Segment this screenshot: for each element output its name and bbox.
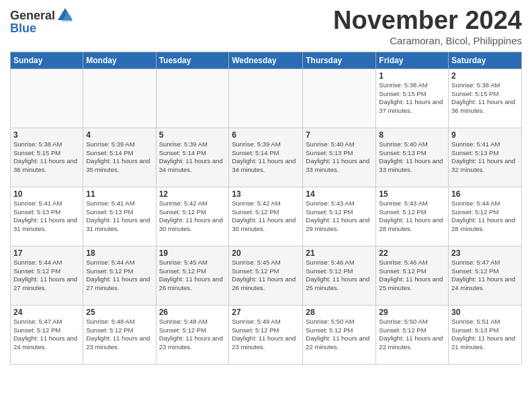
day-number: 13 [232,189,300,199]
day-info: Sunrise: 5:46 AM Sunset: 5:12 PM Dayligh… [379,259,445,293]
calendar-cell: 14Sunrise: 5:43 AM Sunset: 5:12 PM Dayli… [303,187,376,246]
day-number: 18 [86,248,152,258]
calendar-cell: 22Sunrise: 5:46 AM Sunset: 5:12 PM Dayli… [376,246,449,305]
calendar-cell: 2Sunrise: 5:38 AM Sunset: 5:15 PM Daylig… [449,68,522,128]
day-number: 8 [379,130,445,140]
calendar-cell: 9Sunrise: 5:41 AM Sunset: 5:13 PM Daylig… [449,128,522,187]
calendar-cell [83,68,156,128]
calendar-cell: 7Sunrise: 5:40 AM Sunset: 5:13 PM Daylig… [303,128,376,187]
col-thursday: Thursday [303,52,376,68]
day-info: Sunrise: 5:41 AM Sunset: 5:13 PM Dayligh… [13,199,80,234]
day-info: Sunrise: 5:38 AM Sunset: 5:15 PM Dayligh… [451,81,519,116]
day-info: Sunrise: 5:41 AM Sunset: 5:13 PM Dayligh… [86,199,152,234]
calendar-cell: 3Sunrise: 5:38 AM Sunset: 5:15 PM Daylig… [11,128,83,187]
day-number: 1 [379,71,445,81]
day-number: 29 [379,308,445,317]
day-info: Sunrise: 5:49 AM Sunset: 5:12 PM Dayligh… [232,318,300,352]
day-info: Sunrise: 5:41 AM Sunset: 5:13 PM Dayligh… [451,140,519,175]
day-info: Sunrise: 5:48 AM Sunset: 5:12 PM Dayligh… [86,318,152,352]
calendar-cell [156,68,229,128]
day-number: 4 [86,130,152,140]
day-info: Sunrise: 5:47 AM Sunset: 5:12 PM Dayligh… [451,259,519,293]
day-info: Sunrise: 5:44 AM Sunset: 5:12 PM Dayligh… [451,199,519,234]
calendar-cell: 27Sunrise: 5:49 AM Sunset: 5:12 PM Dayli… [229,305,303,364]
day-number: 14 [306,189,373,199]
calendar-cell: 1Sunrise: 5:38 AM Sunset: 5:15 PM Daylig… [376,68,449,128]
day-info: Sunrise: 5:46 AM Sunset: 5:12 PM Dayligh… [306,259,373,293]
month-title: November 2024 [333,7,522,35]
calendar-cell: 17Sunrise: 5:44 AM Sunset: 5:12 PM Dayli… [11,246,83,305]
calendar-cell: 8Sunrise: 5:40 AM Sunset: 5:13 PM Daylig… [376,128,449,187]
day-number: 16 [451,189,519,199]
day-number: 17 [13,248,80,258]
calendar-cell: 12Sunrise: 5:42 AM Sunset: 5:12 PM Dayli… [156,187,229,246]
calendar-cell: 29Sunrise: 5:50 AM Sunset: 5:12 PM Dayli… [376,305,449,364]
calendar-cell: 26Sunrise: 5:48 AM Sunset: 5:12 PM Dayli… [156,305,229,364]
col-wednesday: Wednesday [229,52,303,68]
day-number: 3 [13,130,80,140]
calendar-week-1: 1Sunrise: 5:38 AM Sunset: 5:15 PM Daylig… [11,68,522,128]
day-number: 28 [306,308,373,317]
col-saturday: Saturday [449,52,522,68]
day-number: 23 [451,248,519,258]
day-number: 6 [232,130,300,140]
calendar-cell: 18Sunrise: 5:44 AM Sunset: 5:12 PM Dayli… [83,246,156,305]
day-info: Sunrise: 5:51 AM Sunset: 5:13 PM Dayligh… [451,318,519,352]
calendar-week-3: 10Sunrise: 5:41 AM Sunset: 5:13 PM Dayli… [11,187,522,246]
day-number: 22 [379,248,445,258]
day-number: 12 [159,189,226,199]
day-number: 10 [13,189,80,199]
day-info: Sunrise: 5:45 AM Sunset: 5:12 PM Dayligh… [159,259,226,293]
day-info: Sunrise: 5:39 AM Sunset: 5:14 PM Dayligh… [232,140,300,175]
calendar-cell: 25Sunrise: 5:48 AM Sunset: 5:12 PM Dayli… [83,305,156,364]
title-block: November 2024 Caramoran, Bicol, Philippi… [333,7,522,46]
day-info: Sunrise: 5:50 AM Sunset: 5:12 PM Dayligh… [379,318,445,352]
day-info: Sunrise: 5:50 AM Sunset: 5:12 PM Dayligh… [306,318,373,352]
day-info: Sunrise: 5:48 AM Sunset: 5:12 PM Dayligh… [159,318,226,352]
page-container: General Blue November 2024 Caramoran, Bi… [0,0,532,371]
calendar-cell: 5Sunrise: 5:39 AM Sunset: 5:14 PM Daylig… [156,128,229,187]
calendar-cell: 13Sunrise: 5:42 AM Sunset: 5:12 PM Dayli… [229,187,303,246]
day-number: 7 [306,130,373,140]
day-info: Sunrise: 5:38 AM Sunset: 5:15 PM Dayligh… [379,81,445,116]
header: General Blue November 2024 Caramoran, Bi… [10,7,522,46]
day-number: 5 [159,130,226,140]
day-info: Sunrise: 5:39 AM Sunset: 5:14 PM Dayligh… [159,140,226,175]
day-info: Sunrise: 5:44 AM Sunset: 5:12 PM Dayligh… [13,259,80,293]
day-info: Sunrise: 5:44 AM Sunset: 5:12 PM Dayligh… [86,259,152,293]
day-info: Sunrise: 5:43 AM Sunset: 5:12 PM Dayligh… [379,199,445,234]
calendar-cell: 15Sunrise: 5:43 AM Sunset: 5:12 PM Dayli… [376,187,449,246]
calendar-cell: 11Sunrise: 5:41 AM Sunset: 5:13 PM Dayli… [83,187,156,246]
day-info: Sunrise: 5:47 AM Sunset: 5:12 PM Dayligh… [13,318,80,352]
calendar-cell [11,68,83,128]
day-info: Sunrise: 5:43 AM Sunset: 5:12 PM Dayligh… [306,199,373,234]
calendar-cell: 21Sunrise: 5:46 AM Sunset: 5:12 PM Dayli… [303,246,376,305]
day-number: 27 [232,308,300,317]
col-friday: Friday [376,52,449,68]
logo-general-text: General [10,9,55,23]
calendar-cell: 10Sunrise: 5:41 AM Sunset: 5:13 PM Dayli… [11,187,83,246]
location-subtitle: Caramoran, Bicol, Philippines [333,35,522,46]
calendar-header-row: Sunday Monday Tuesday Wednesday Thursday… [11,52,522,68]
day-number: 2 [451,71,519,81]
col-monday: Monday [83,52,156,68]
calendar-cell [303,68,376,128]
day-number: 25 [86,308,152,317]
day-info: Sunrise: 5:40 AM Sunset: 5:13 PM Dayligh… [306,140,373,175]
col-sunday: Sunday [11,52,83,68]
calendar-cell [229,68,303,128]
day-number: 30 [451,308,519,317]
day-info: Sunrise: 5:40 AM Sunset: 5:13 PM Dayligh… [379,140,445,175]
day-info: Sunrise: 5:42 AM Sunset: 5:12 PM Dayligh… [159,199,226,234]
calendar-cell: 20Sunrise: 5:45 AM Sunset: 5:12 PM Dayli… [229,246,303,305]
logo: General Blue [10,7,75,36]
day-info: Sunrise: 5:45 AM Sunset: 5:12 PM Dayligh… [232,259,300,293]
calendar-week-2: 3Sunrise: 5:38 AM Sunset: 5:15 PM Daylig… [11,128,522,187]
calendar-cell: 4Sunrise: 5:39 AM Sunset: 5:14 PM Daylig… [83,128,156,187]
day-info: Sunrise: 5:42 AM Sunset: 5:12 PM Dayligh… [232,199,300,234]
calendar-week-4: 17Sunrise: 5:44 AM Sunset: 5:12 PM Dayli… [11,246,522,305]
day-info: Sunrise: 5:38 AM Sunset: 5:15 PM Dayligh… [13,140,80,175]
logo-icon [56,7,74,24]
day-number: 19 [159,248,226,258]
day-number: 26 [159,308,226,317]
